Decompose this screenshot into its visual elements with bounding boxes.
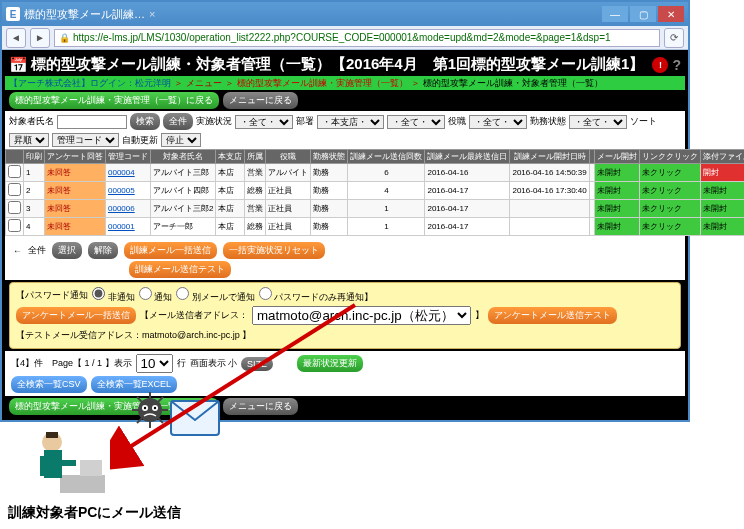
close-button[interactable]: ✕ [658,6,684,22]
row-answer[interactable]: 未回答 [45,182,106,200]
col-code: 管理コード [106,150,151,164]
allprefix-label: 全件 [28,244,46,257]
alert-badge-icon[interactable]: ! [652,57,668,73]
row-lastsend: 2016-04-17 [425,200,510,218]
send-test-button[interactable]: 訓練メール送信テスト [129,261,231,278]
svg-point-12 [154,407,156,409]
name-filter-input[interactable] [57,115,127,129]
row-branch: 本店 [216,182,245,200]
row-answer[interactable]: 未回答 [45,200,106,218]
radio-pwonly[interactable]: パスワードのみ再通知】 [259,287,374,304]
export-csv-button[interactable]: 全検索一覧CSV [11,376,87,393]
col-linkclick: リンククリック [639,150,700,164]
url-field[interactable]: 🔒 https://e-lms.jp/LMS/1030/operation_li… [54,29,660,47]
row-checkbox[interactable] [6,218,24,236]
row-name: アルバイト四郎 [151,182,216,200]
svg-rect-14 [60,475,105,493]
release-all-button[interactable]: 解除 [88,242,118,259]
url-text: https://e-lms.jp/LMS/1030/operation_list… [73,32,611,43]
impl-status-select[interactable]: ・全て・ [235,115,293,129]
col-print: 印刷 [24,150,45,164]
pos-label: 役職 [448,115,466,128]
auto-update-label: 自動更新 [122,134,158,147]
col-sendcount: 訓練メール送信回数 [348,150,425,164]
dept-select[interactable]: ・全て・ [387,115,445,129]
pos-select[interactable]: ・全て・ [469,115,527,129]
col-pos: 役職 [266,150,311,164]
svg-line-5 [137,397,142,402]
search-button[interactable]: 検索 [130,113,160,130]
breadcrumb-menu[interactable]: メニュー [186,77,222,90]
forward-nav-button[interactable]: ► [30,28,50,48]
sender-select[interactable]: matmoto@arch.inc-pc.jp（松元） [252,306,471,325]
svg-line-8 [137,418,142,423]
auto-update-select[interactable]: 停止 [161,133,201,147]
tab-close-icon[interactable]: × [149,8,155,20]
sort-key-select[interactable]: 管理コード [52,133,119,147]
row-answer[interactable]: 未回答 [45,218,106,236]
radio-separate[interactable]: 別メールで通知 [176,287,255,304]
row-code[interactable]: 000006 [106,200,151,218]
maximize-button[interactable]: ▢ [630,6,656,22]
col-attach: 添付ファイル開封 [700,150,744,164]
row-pos: アルバイト [266,164,311,182]
refresh-status-button[interactable]: 最新状況更新 [297,355,363,372]
lock-icon: 🔒 [59,33,70,43]
address-bar: ◄ ► 🔒 https://e-lms.jp/LMS/1030/operatio… [2,26,688,50]
row-linkclick: 未クリック [639,200,700,218]
table-row: 4未回答000001アーチ一郎本店総務正社員勤務12016-04-17未開封未ク… [6,218,745,236]
row-checkbox[interactable] [6,182,24,200]
row-opentime: 2016-04-16 17:30:40 [510,182,589,200]
row-linkclick: 未クリック [639,164,700,182]
help-icon[interactable]: ? [672,57,681,73]
row-code[interactable]: 000005 [106,182,151,200]
minimize-button[interactable]: — [602,6,628,22]
back-nav-button[interactable]: ◄ [6,28,26,48]
row-dept: 総務 [245,218,266,236]
size-button[interactable]: SIZE [241,357,273,371]
row-num: 3 [24,200,45,218]
row-num: 2 [24,182,45,200]
row-count: 4 [348,182,425,200]
row-opentime [510,218,589,236]
row-checkbox[interactable] [6,200,24,218]
table-row: 2未回答000005アルバイト四郎本店総務正社員勤務42016-04-17201… [6,182,745,200]
table-row: 1未回答000004アルバイト三郎本店営業アルバイト勤務62016-04-162… [6,164,745,182]
branch-select[interactable]: ・本支店・ [317,115,384,129]
pw-notify-label: 【パスワード通知 [16,289,88,302]
row-opentime [510,200,589,218]
footer-menu-button[interactable]: メニューに戻る [223,398,298,415]
back-to-menu-button[interactable]: メニューに戻る [223,92,298,109]
pager-label: 【4】件 Page【 1 / 1 】表示 [11,357,132,370]
survey-bulk-send-button[interactable]: アンケートメール一括送信 [16,307,136,324]
back-to-mgmt-button[interactable]: 標的型攻撃メール訓練・実施管理（一覧）に戻る [9,92,219,109]
sort-label: ソート [630,115,657,128]
row-attach: 未開封 [700,218,744,236]
sort-dir-select[interactable]: 昇順 [9,133,49,147]
bulk-reset-button[interactable]: 一括実施状況リセット [223,242,325,259]
breadcrumb-item-1[interactable]: 標的型攻撃メール訓練・実施管理（一覧） [237,77,408,90]
title-bar: E 標的型攻撃メール訓練… × — ▢ ✕ [2,2,688,26]
emp-select[interactable]: ・全て・ [569,115,627,129]
col-answer: アンケート回答 [45,150,106,164]
refresh-button[interactable]: ⟳ [664,28,684,48]
col-check [6,150,24,164]
dept-label: 部署 [296,115,314,128]
radio-notify[interactable]: 通知 [139,287,173,304]
envelope-icon [170,400,220,436]
radio-none[interactable]: 非通知 [92,287,135,304]
col-opentime: 訓練メール開封日時 [510,150,589,164]
person-at-pc-icon [30,420,110,500]
bulk-send-button[interactable]: 訓練メール一括送信 [124,242,217,259]
all-button[interactable]: 全件 [163,113,193,130]
row-name: アーチ一郎 [151,218,216,236]
select-all-button[interactable]: 選択 [52,242,82,259]
screen-size-label: 画面表示 小 [190,357,238,370]
survey-test-button[interactable]: アンケートメール送信テスト [488,307,617,324]
row-lastsend: 2016-04-17 [425,218,510,236]
row-checkbox[interactable] [6,164,24,182]
row-code[interactable]: 000004 [106,164,151,182]
rows-per-page-select[interactable]: 10 [136,354,173,373]
row-code[interactable]: 000001 [106,218,151,236]
row-answer[interactable]: 未回答 [45,164,106,182]
